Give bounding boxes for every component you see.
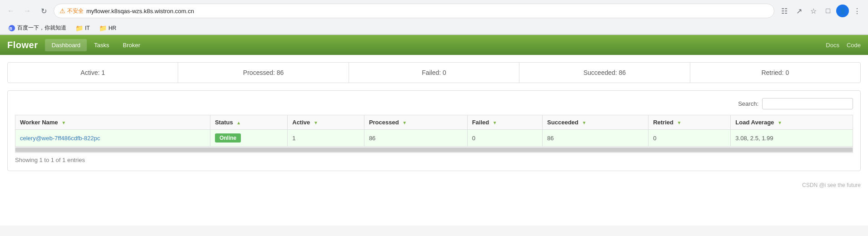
cell-processed: 86 [364, 130, 467, 147]
folder-icon: 📁 [75, 25, 83, 32]
nav-broker[interactable]: Broker [116, 39, 146, 51]
cell-active: 1 [288, 130, 364, 147]
security-warning: ⚠ 不安全 [60, 7, 84, 15]
table-scrollbar[interactable] [15, 147, 853, 153]
cell-status: Online [210, 130, 287, 147]
bookmarks-bar: B 百度一下，你就知道 📁 IT 📁 HR [0, 22, 868, 34]
navbar-nav: Dashboard Tasks Broker [45, 39, 146, 51]
cell-retried: 0 [649, 130, 731, 147]
col-active[interactable]: Active ▼ [288, 115, 364, 130]
page-footer: CSDN @i see the future [0, 178, 868, 192]
cell-load-average: 3.08, 2.5, 1.99 [731, 130, 853, 147]
nav-tasks[interactable]: Tasks [88, 39, 115, 51]
translate-button[interactable]: ☷ [778, 5, 791, 17]
table-entries-info: Showing 1 to 1 of 1 entries [15, 157, 853, 163]
baidu-bookmark[interactable]: B 百度一下，你就知道 [5, 23, 70, 33]
hr-folder-bookmark[interactable]: 📁 HR [95, 24, 120, 33]
footer-credit: CSDN @i see the future [802, 182, 861, 188]
url-text[interactable]: myflower.k8sqas-wzs.k8s.wistron.com.cn [86, 8, 768, 15]
address-bar: ⚠ 不安全 myflower.k8sqas-wzs.k8s.wistron.co… [54, 4, 774, 18]
search-label: Search: [738, 100, 758, 107]
col-status[interactable]: Status ▲ [210, 115, 287, 130]
table-controls: Search: [15, 98, 853, 109]
browser-chrome: ← → ↻ ⚠ 不安全 myflower.k8sqas-wzs.k8s.wist… [0, 0, 868, 35]
scrollbar-thumb[interactable] [15, 148, 853, 152]
sort-icon-retried: ▼ [677, 120, 682, 125]
table-header: Worker Name ▼ Status ▲ Active ▼ Proces [15, 115, 853, 130]
navbar-brand: Flower [7, 40, 38, 50]
workers-table: Worker Name ▼ Status ▲ Active ▼ Proces [15, 115, 853, 147]
sort-icon-processed: ▼ [402, 120, 407, 125]
stat-retried: Retried: 0 [690, 63, 860, 83]
window-button[interactable]: □ [822, 5, 834, 17]
menu-button[interactable]: ⋮ [851, 5, 863, 17]
worker-name-link[interactable]: celery@web-7ff486cdfb-822pc [20, 135, 100, 142]
status-badge: Online [215, 133, 241, 143]
stat-failed: Failed: 0 [349, 63, 519, 83]
col-processed[interactable]: Processed ▼ [364, 115, 467, 130]
it-bookmark-label: IT [85, 25, 90, 31]
back-button[interactable]: ← [5, 5, 17, 17]
it-folder-bookmark[interactable]: 📁 IT [72, 24, 94, 33]
share-button[interactable]: ↗ [793, 5, 805, 17]
sort-icon-worker: ▼ [61, 120, 66, 125]
table-wrapper: Worker Name ▼ Status ▲ Active ▼ Proces [15, 115, 853, 147]
sort-icon-load: ▼ [778, 120, 782, 125]
stat-succeeded: Succeeded: 86 [519, 63, 690, 83]
forward-button[interactable]: → [21, 5, 34, 17]
search-input[interactable] [762, 98, 853, 109]
security-text: 不安全 [67, 7, 84, 15]
navbar-right: Docs Code [826, 42, 861, 49]
col-retried[interactable]: Retried ▼ [649, 115, 731, 130]
cell-succeeded: 86 [543, 130, 649, 147]
stat-processed: Processed: 86 [178, 63, 349, 83]
main-content: Search: Worker Name ▼ Status ▲ [7, 90, 861, 171]
baidu-label: 百度一下，你就知道 [17, 24, 66, 32]
col-succeeded[interactable]: Succeeded ▼ [543, 115, 649, 130]
code-link[interactable]: Code [847, 42, 861, 49]
profile-button[interactable]: 👤 [836, 5, 849, 17]
browser-actions: ☷ ↗ ☆ □ 👤 ⋮ [778, 5, 863, 17]
browser-toolbar: ← → ↻ ⚠ 不安全 myflower.k8sqas-wzs.k8s.wist… [0, 0, 868, 22]
table-row: celery@web-7ff486cdfb-822pc Online 1 86 … [15, 130, 853, 147]
hr-bookmark-label: HR [109, 25, 116, 31]
sort-icon-failed: ▼ [493, 120, 497, 125]
col-worker-name[interactable]: Worker Name ▼ [15, 115, 210, 130]
cell-worker-name: celery@web-7ff486cdfb-822pc [15, 130, 210, 147]
sort-icon-status: ▲ [236, 120, 241, 125]
docs-link[interactable]: Docs [826, 42, 839, 49]
bookmark-button[interactable]: ☆ [807, 5, 820, 17]
refresh-button[interactable]: ↻ [37, 5, 50, 17]
sort-icon-active: ▼ [314, 120, 318, 125]
folder-icon-hr: 📁 [99, 25, 107, 32]
app: Flower Dashboard Tasks Broker Docs Code … [0, 35, 868, 226]
stats-bar: Active: 1 Processed: 86 Failed: 0 Succee… [7, 62, 861, 83]
navbar: Flower Dashboard Tasks Broker Docs Code [0, 35, 868, 55]
stat-active: Active: 1 [8, 63, 178, 83]
baidu-icon: B [8, 25, 15, 32]
col-load-average[interactable]: Load Average ▼ [731, 115, 853, 130]
nav-dashboard[interactable]: Dashboard [45, 39, 87, 51]
sort-icon-succeeded: ▼ [582, 120, 586, 125]
col-failed[interactable]: Failed ▼ [467, 115, 542, 130]
table-body: celery@web-7ff486cdfb-822pc Online 1 86 … [15, 130, 853, 147]
cell-failed: 0 [467, 130, 542, 147]
svg-text:B: B [10, 26, 13, 31]
warning-icon: ⚠ [60, 7, 65, 15]
